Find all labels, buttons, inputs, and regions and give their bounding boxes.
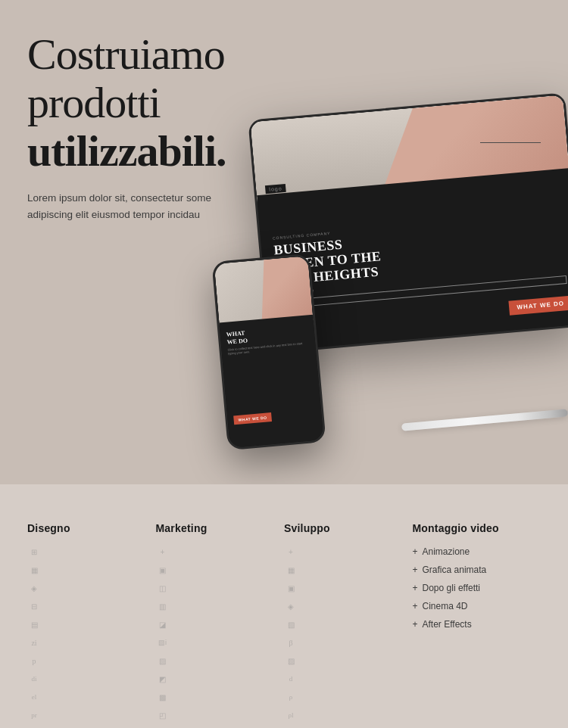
list-item: + After Effects	[413, 619, 534, 630]
grid-icon: ⊞	[27, 546, 41, 557]
list-item: ▩	[156, 692, 277, 702]
devices-container: logo CONSULTING COMPANY BUSINESS TAKEN T…	[197, 76, 568, 469]
list-item: ◪	[156, 619, 277, 630]
tablet-heading: BUSINESS TAKEN TO THE NEW HEIGHTS	[273, 219, 566, 288]
d2-icon: d	[284, 674, 298, 684]
sq-icon: ▣	[156, 565, 170, 575]
rect-icon: ◫	[156, 583, 170, 593]
pl-icon: ρl	[284, 710, 298, 720]
hatch-icon: ▧i	[156, 637, 170, 648]
hero-section: Costruiamo prodotti utilizzabili. Lorem …	[0, 0, 568, 484]
phone-mockup: WHAT WE DO Click to collect text here an…	[211, 254, 326, 450]
list-item: ▧	[284, 619, 405, 630]
services-grid: Disegno ⊞ ▦ ◈ ⊟ ▤ zi p di el pr Marketin…	[27, 522, 541, 728]
el-icon: el	[27, 692, 41, 702]
list-item: p	[27, 655, 148, 666]
list-item: ◫	[156, 583, 277, 593]
plus-icon: +	[413, 583, 418, 593]
list-item: ▧i	[156, 637, 277, 648]
list-item: ρ	[284, 692, 405, 702]
list-item: +	[284, 546, 405, 557]
grid3-icon: ▦	[284, 565, 298, 575]
list-item: + Animazione	[413, 546, 534, 557]
chart-icon: ◈	[27, 583, 41, 593]
hero-title: Costruiamo prodotti utilizzabili.	[27, 30, 226, 175]
list-item: ▦	[284, 565, 405, 575]
list-item: ◰	[156, 710, 277, 720]
grid2-icon: ▤	[27, 619, 41, 630]
quad-icon: ◰	[156, 710, 170, 720]
list-item: ▨	[156, 655, 277, 666]
decorative-line	[480, 142, 541, 143]
list-item: + Grafica animata	[413, 565, 534, 575]
tablet-logo: logo	[265, 184, 286, 194]
sviluppo-title: Sviluppo	[284, 522, 405, 534]
bar-icon: ▦	[27, 565, 41, 575]
tri-icon: ◩	[156, 674, 170, 684]
list-item: d	[284, 674, 405, 684]
corner-icon: ◪	[156, 619, 170, 630]
tablet-what-we-do: WHAT WE DO	[509, 296, 568, 316]
plus-icon: +	[413, 601, 418, 611]
phone-what-we-do: WHAT WE DO	[233, 412, 272, 425]
hatch2-icon: ▧	[284, 619, 298, 630]
chart2-icon: ▥	[156, 601, 170, 611]
list-item: ▣	[284, 583, 405, 593]
list-item: ◈	[284, 601, 405, 611]
z-icon: zi	[27, 637, 41, 648]
hero-text-block: Costruiamo prodotti utilizzabili. Lorem …	[27, 30, 226, 223]
b-icon: β	[284, 637, 298, 648]
list-item: ⊞	[27, 546, 148, 557]
list-item: ▦	[27, 565, 148, 575]
dash-icon: ▨	[156, 655, 170, 666]
service-column-video: Montaggio video + Animazione + Grafica a…	[413, 522, 541, 728]
sq2-icon: ▣	[284, 583, 298, 593]
pencil-stylus	[401, 409, 568, 431]
list-item: ρl	[284, 710, 405, 720]
list-item: ▤	[27, 619, 148, 630]
table-icon: ⊟	[27, 601, 41, 611]
fill2-icon: ▨	[284, 655, 298, 666]
plus-icon: +	[156, 546, 170, 557]
list-item: di	[27, 674, 148, 684]
list-item: ◩	[156, 674, 277, 684]
services-section: Disegno ⊞ ▦ ◈ ⊟ ▤ zi p di el pr Marketin…	[0, 484, 568, 728]
list-item: pr	[27, 710, 148, 720]
plus2-icon: +	[284, 546, 298, 557]
hero-description: Lorem ipsum dolor sit, consectetur some …	[27, 190, 224, 222]
phone-hands-image	[256, 256, 313, 325]
video-title: Montaggio video	[413, 522, 534, 534]
service-column-disegno: Disegno ⊞ ▦ ◈ ⊟ ▤ zi p di el pr	[27, 522, 156, 728]
service-column-sviluppo: Sviluppo + ▦ ▣ ◈ ▧ β ▨ d ρ ρl	[284, 522, 413, 728]
pr-icon: pr	[27, 710, 41, 720]
phone-screen: WHAT WE DO Click to collect text here an…	[214, 256, 324, 448]
marketing-title: Marketing	[156, 522, 277, 534]
plus-icon: +	[413, 546, 418, 557]
list-item: β	[284, 637, 405, 648]
list-item: ▥	[156, 601, 277, 611]
fill-icon: ▩	[156, 692, 170, 702]
di-icon: di	[27, 674, 41, 684]
phone-bottom-content: WHAT WE DO Click to collect text here an…	[219, 315, 323, 448]
rho-icon: ρ	[284, 692, 298, 702]
disegno-title: Disegno	[27, 522, 148, 534]
list-item: el	[27, 692, 148, 702]
list-item: +	[156, 546, 277, 557]
list-item: + Cinema 4D	[413, 601, 534, 611]
service-column-marketing: Marketing + ▣ ◫ ▥ ◪ ▧i ▨ ◩ ▩ ◰	[156, 522, 285, 728]
list-item: ◈	[27, 583, 148, 593]
plus-icon: +	[413, 619, 418, 630]
list-item: + Dopo gli effetti	[413, 583, 534, 593]
list-item: ▣	[156, 565, 277, 575]
p-icon: p	[27, 655, 41, 666]
plus-icon: +	[413, 565, 418, 575]
list-item: ⊟	[27, 601, 148, 611]
list-item: ▨	[284, 655, 405, 666]
dia-icon: ◈	[284, 601, 298, 611]
list-item: zi	[27, 637, 148, 648]
